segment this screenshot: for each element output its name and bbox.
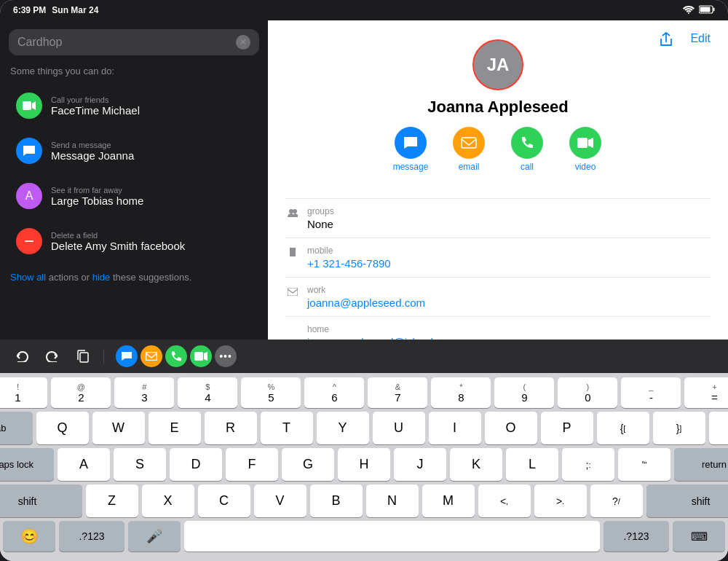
action-message[interactable]: message xyxy=(389,127,432,172)
edit-button[interactable]: Edit xyxy=(690,32,711,45)
key-v[interactable]: V xyxy=(254,484,306,517)
field-home-email[interactable]: home joanna.appleseed@icloud.com xyxy=(285,317,711,340)
key-return[interactable]: return xyxy=(674,448,728,481)
search-bar[interactable]: ✕ xyxy=(9,29,259,55)
key-q[interactable]: Q xyxy=(36,412,89,444)
key-p[interactable]: P xyxy=(541,412,593,444)
key-u[interactable]: U xyxy=(373,412,425,444)
key-tab[interactable]: tab xyxy=(0,412,33,444)
show-all-link[interactable]: Show all xyxy=(10,272,46,283)
key-minus[interactable]: _ - xyxy=(621,377,681,408)
undo-button[interactable] xyxy=(9,345,35,368)
action-video[interactable]: video xyxy=(563,127,607,172)
field-mobile[interactable]: mobile +1 321-456-7890 xyxy=(285,238,711,278)
suggestions-title: Some things you can do: xyxy=(9,66,259,76)
key-shift-left[interactable]: shift xyxy=(0,484,82,517)
message-btn-icon xyxy=(395,127,427,159)
key-slash[interactable]: ?/ xyxy=(590,484,643,517)
key-5[interactable]: % 5 xyxy=(241,377,301,408)
key-l[interactable]: L xyxy=(506,448,558,481)
share-button[interactable] xyxy=(660,32,673,50)
suggestion-message[interactable]: Send a message Message Joanna xyxy=(9,130,259,171)
key-quote[interactable]: '" xyxy=(618,448,670,481)
key-semicolon[interactable]: ;: xyxy=(562,448,614,481)
key-123-left[interactable]: .?123 xyxy=(59,521,124,552)
key-d[interactable]: D xyxy=(170,448,222,481)
home-email-value[interactable]: joanna.appleseed@icloud.com xyxy=(307,336,711,340)
right-panel: Edit JA Joanna Appleseed message xyxy=(268,20,728,340)
key-7[interactable]: & 7 xyxy=(368,377,427,408)
key-4[interactable]: $ 4 xyxy=(178,377,237,408)
email-icon xyxy=(285,286,300,298)
key-x[interactable]: X xyxy=(142,484,194,517)
map-text: See it from far away Large Tobias home xyxy=(51,186,143,207)
key-2[interactable]: @ 2 xyxy=(51,377,111,408)
key-y[interactable]: Y xyxy=(317,412,369,444)
key-8[interactable]: * 8 xyxy=(431,377,491,408)
toolbar-call-icon[interactable] xyxy=(165,345,187,367)
toolbar-separator xyxy=(103,349,104,364)
key-6[interactable]: ^ 6 xyxy=(304,377,364,408)
message-icon xyxy=(16,138,42,164)
key-w[interactable]: W xyxy=(92,412,145,444)
key-9[interactable]: ( 9 xyxy=(494,377,554,408)
message-text: Send a message Message Joanna xyxy=(51,141,134,162)
key-i[interactable]: I xyxy=(429,412,481,444)
suggestion-map[interactable]: A See it from far away Large Tobias home xyxy=(9,176,259,216)
search-clear-button[interactable]: ✕ xyxy=(236,35,250,50)
toolbar-email-icon[interactable] xyxy=(141,345,162,367)
suggestion-facetime[interactable]: Call your friends FaceTime Michael xyxy=(9,85,259,126)
suggestion-delete[interactable]: − Delete a field Delete Amy Smith facebo… xyxy=(9,221,259,262)
keyboard[interactable]: ~ ! 1 @ 2 # 3 $ 4 % 5 ^ 6 xyxy=(0,373,728,561)
key-comma[interactable]: <, xyxy=(478,484,531,517)
redo-button[interactable] xyxy=(39,345,66,368)
toolbar-message-icon[interactable] xyxy=(116,345,138,367)
key-open-bracket[interactable]: {[ xyxy=(597,412,649,444)
copy-button[interactable] xyxy=(70,345,96,368)
key-hide-keyboard[interactable]: ⌨ xyxy=(673,521,725,552)
phone-icon xyxy=(285,247,300,259)
key-z[interactable]: Z xyxy=(86,484,138,517)
key-e[interactable]: E xyxy=(149,412,201,444)
mobile-value[interactable]: +1 321-456-7890 xyxy=(307,257,711,270)
key-k[interactable]: K xyxy=(450,448,502,481)
work-email-value[interactable]: joanna@appleseed.com xyxy=(307,297,711,309)
key-s[interactable]: S xyxy=(114,448,166,481)
key-3[interactable]: # 3 xyxy=(114,377,174,408)
key-c[interactable]: C xyxy=(198,484,250,517)
key-f[interactable]: F xyxy=(226,448,278,481)
key-close-bracket[interactable]: }] xyxy=(653,412,705,444)
action-email[interactable]: email xyxy=(447,127,491,172)
key-r[interactable]: R xyxy=(205,412,257,444)
key-o[interactable]: O xyxy=(485,412,537,444)
action-call[interactable]: call xyxy=(505,127,549,172)
key-b[interactable]: B xyxy=(310,484,363,517)
key-t[interactable]: T xyxy=(261,412,313,444)
groups-icon xyxy=(285,208,300,219)
key-j[interactable]: J xyxy=(394,448,446,481)
key-g[interactable]: G xyxy=(282,448,334,481)
key-1[interactable]: ! 1 xyxy=(0,377,47,408)
key-equals[interactable]: + = xyxy=(684,377,728,408)
hide-link[interactable]: hide xyxy=(92,272,111,283)
key-0[interactable]: ) 0 xyxy=(558,377,617,408)
key-n[interactable]: N xyxy=(366,484,419,517)
key-caps-lock[interactable]: caps lock xyxy=(0,448,54,481)
svg-point-0 xyxy=(688,12,689,14)
svg-rect-2 xyxy=(713,7,715,11)
key-m[interactable]: M xyxy=(422,484,475,517)
key-spacebar[interactable] xyxy=(184,521,600,552)
field-work-email[interactable]: work joanna@appleseed.com xyxy=(285,278,711,317)
toolbar-video-icon[interactable] xyxy=(190,345,212,367)
key-h[interactable]: H xyxy=(338,448,390,481)
toolbar-more-icon[interactable]: ••• xyxy=(215,345,237,367)
key-period[interactable]: >. xyxy=(534,484,587,517)
key-backslash[interactable]: |\ xyxy=(709,412,729,444)
key-emoji[interactable]: 😊 xyxy=(3,521,55,552)
key-microphone[interactable]: 🎤 xyxy=(128,521,181,552)
key-shift-right[interactable]: shift xyxy=(646,484,729,517)
svg-rect-4 xyxy=(23,101,31,110)
search-input[interactable] xyxy=(17,36,236,49)
key-123-right[interactable]: .?123 xyxy=(604,521,669,552)
key-a[interactable]: A xyxy=(58,448,110,481)
